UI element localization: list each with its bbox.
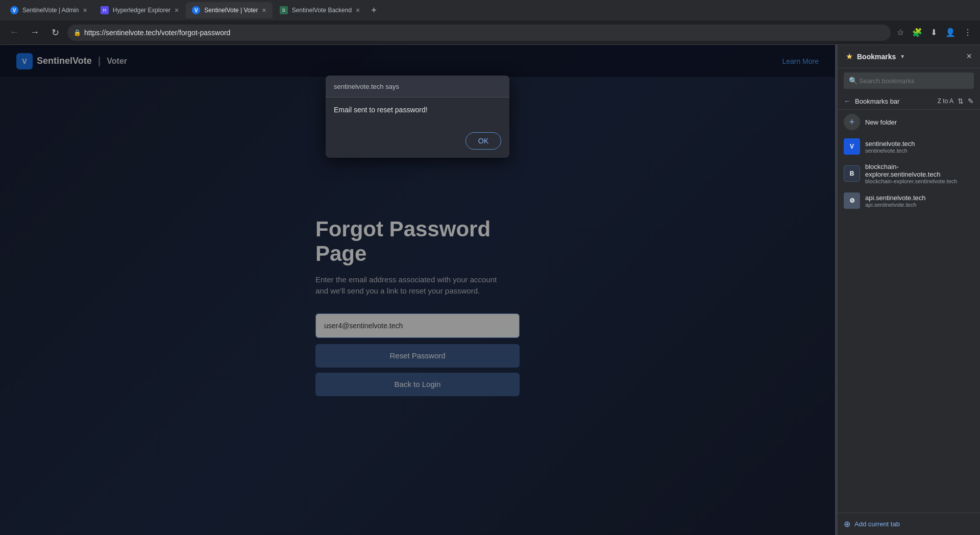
bookmark-info-1: sentinelvote.tech sentinelvote.tech (865, 140, 915, 154)
bookmark-item-api[interactable]: ⚙ api.sentinelvote.tech api.sentinelvote… (838, 188, 980, 213)
bookmark-info-3: api.sentinelvote.tech api.sentinelvote.t… (865, 194, 926, 208)
tab-title-3: SentinelVote | Voter (204, 7, 258, 14)
url-bar[interactable]: 🔒 https://sentinelvote.tech/voter/forgot… (67, 25, 891, 41)
bookmarks-path-label: Bookmarks bar (855, 98, 899, 105)
bookmark-favicon-2: B (844, 165, 860, 182)
bookmark-item-blockchain-explorer[interactable]: B blockchain-explorer.sentinelvote.tech … (838, 159, 980, 188)
alert-message: Email sent to reset password! (334, 106, 501, 114)
bookmarks-footer: ⊕ Add current tab (838, 513, 980, 535)
tab-sentinel-admin[interactable]: V SentinelVote | Admin × (4, 2, 93, 18)
tab-favicon-3: V (192, 6, 200, 14)
tab-title-4: SentinelVote Backend (292, 7, 352, 14)
tab-sentinel-backend[interactable]: S SentinelVote Backend × (274, 2, 366, 18)
reload-button[interactable]: ↻ (47, 25, 63, 40)
alert-overlay: sentinelvote.tech says Email sent to res… (0, 45, 835, 535)
add-tab-icon: ⊕ (844, 519, 850, 529)
forward-button[interactable]: → (27, 25, 43, 40)
alert-header: sentinelvote.tech says (326, 76, 509, 98)
download-icon[interactable]: ⬇ (928, 26, 939, 39)
bookmarks-title-area: ★ Bookmarks ▼ (846, 52, 905, 61)
extensions-icon[interactable]: 🧩 (910, 26, 924, 39)
bookmarks-edit-icon[interactable]: ✎ (968, 97, 974, 105)
alert-dialog: sentinelvote.tech says Email sent to res… (326, 76, 509, 158)
bookmarks-back-button[interactable]: ← (844, 97, 851, 105)
menu-icon[interactable]: ⋮ (962, 26, 974, 39)
bookmarks-sort-label[interactable]: Z to A (938, 98, 953, 105)
tab-favicon-2: H (101, 6, 109, 14)
profile-icon[interactable]: 👤 (943, 26, 958, 39)
toolbar-right: ☆ 🧩 ⬇ 👤 ⋮ (895, 26, 974, 39)
tab-close-4[interactable]: × (356, 6, 360, 14)
tab-hyperledger[interactable]: H Hyperledger Explorer × (94, 2, 185, 18)
main-layout: V SentinelVote | Voter Learn More Forgot… (0, 45, 980, 535)
url-text: https://sentinelvote.tech/voter/forgot-p… (84, 29, 230, 37)
bookmark-favicon-1: V (844, 138, 860, 155)
tab-favicon-4: S (280, 6, 288, 14)
bookmarks-search-input[interactable] (844, 72, 974, 89)
favicon-letter-1: V (850, 143, 854, 150)
bookmark-favicon-3: ⚙ (844, 192, 860, 209)
bookmark-name-3: api.sentinelvote.tech (865, 194, 926, 202)
bookmarks-dropdown-icon[interactable]: ▼ (900, 54, 905, 59)
alert-footer: OK (326, 132, 509, 158)
bookmark-url-3: api.sentinelvote.tech (865, 202, 926, 208)
new-tab-button[interactable]: + (367, 3, 381, 18)
tab-close-1[interactable]: × (83, 6, 87, 14)
bookmark-url-2: blockchain-explorer.sentinelvote.tech (865, 178, 974, 184)
bookmark-item-sentinelvote[interactable]: V sentinelvote.tech sentinelvote.tech (838, 134, 980, 159)
alert-site-label: sentinelvote.tech says (334, 83, 399, 90)
tab-close-2[interactable]: × (175, 6, 179, 14)
bookmark-name-1: sentinelvote.tech (865, 140, 915, 148)
alert-body: Email sent to reset password! (326, 98, 509, 132)
bookmarks-nav: ← Bookmarks bar Z to A ⇅ ✎ (838, 93, 980, 110)
tab-sentinel-voter[interactable]: V SentinelVote | Voter × (186, 2, 272, 18)
lock-icon: 🔒 (74, 29, 81, 36)
bookmarks-sidebar: ★ Bookmarks ▼ × 🔍 ← Bookmarks bar Z to A… (837, 45, 980, 535)
bookmarks-star-icon: ★ (846, 52, 853, 61)
bookmarks-header: ★ Bookmarks ▼ × (838, 45, 980, 68)
alert-ok-button[interactable]: OK (465, 132, 501, 150)
address-bar: ← → ↻ 🔒 https://sentinelvote.tech/voter/… (0, 20, 980, 45)
browser-chrome: V SentinelVote | Admin × H Hyperledger E… (0, 0, 980, 45)
tab-close-3[interactable]: × (262, 6, 266, 14)
tab-title-2: Hyperledger Explorer (113, 7, 170, 14)
bookmark-name-2: blockchain-explorer.sentinelvote.tech (865, 163, 974, 178)
favicon-letter-2: B (850, 170, 854, 177)
add-current-tab-button[interactable]: ⊕ Add current tab (844, 519, 974, 529)
new-folder-icon: + (844, 114, 860, 130)
tab-bar: V SentinelVote | Admin × H Hyperledger E… (0, 0, 980, 20)
main-content: V SentinelVote | Voter Learn More Forgot… (0, 45, 835, 535)
add-current-tab-label: Add current tab (854, 520, 900, 528)
back-button[interactable]: ← (6, 25, 22, 40)
tab-title-1: SentinelVote | Admin (22, 7, 79, 14)
bookmarks-title-label: Bookmarks (857, 53, 896, 61)
tab-favicon-1: V (10, 6, 18, 14)
bookmark-star-icon[interactable]: ☆ (895, 26, 906, 39)
new-folder-label: New folder (865, 118, 897, 126)
bookmarks-search: 🔍 (844, 72, 974, 89)
favicon-letter-3: ⚙ (849, 197, 855, 204)
bookmark-info-2: blockchain-explorer.sentinelvote.tech bl… (865, 163, 974, 184)
bookmarks-close-button[interactable]: × (966, 51, 972, 62)
new-folder-item[interactable]: + New folder (838, 110, 980, 134)
bookmark-url-1: sentinelvote.tech (865, 148, 915, 154)
bookmarks-filter-icon[interactable]: ⇅ (958, 97, 964, 105)
search-icon: 🔍 (849, 77, 857, 85)
